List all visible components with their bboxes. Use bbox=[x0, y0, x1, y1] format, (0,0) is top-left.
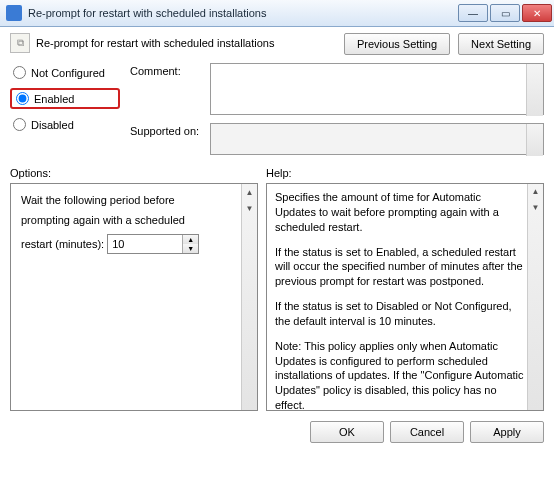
restart-minutes-label: restart (minutes): bbox=[21, 238, 104, 250]
help-paragraph: If the status is set to Disabled or Not … bbox=[275, 299, 525, 329]
help-paragraph: Specifies the amount of time for Automat… bbox=[275, 190, 525, 235]
radio-enabled-input[interactable] bbox=[16, 92, 29, 105]
spinner-up-icon[interactable]: ▲ bbox=[183, 235, 198, 244]
scroll-up-icon[interactable]: ▲ bbox=[528, 184, 543, 200]
ok-button[interactable]: OK bbox=[310, 421, 384, 443]
options-heading: Options: bbox=[10, 167, 266, 179]
radio-not-configured[interactable]: Not Configured bbox=[10, 65, 120, 80]
scroll-down-icon[interactable]: ▼ bbox=[242, 200, 257, 216]
maximize-button[interactable]: ▭ bbox=[490, 4, 520, 22]
supported-on-text bbox=[210, 123, 544, 155]
help-heading: Help: bbox=[266, 167, 292, 179]
restart-minutes-spinner[interactable]: ▲ ▼ bbox=[107, 234, 199, 254]
restart-minutes-input[interactable] bbox=[108, 235, 182, 253]
titlebar: Re-prompt for restart with scheduled ins… bbox=[0, 0, 554, 27]
previous-setting-button[interactable]: Previous Setting bbox=[344, 33, 450, 55]
radio-disabled-input[interactable] bbox=[13, 118, 26, 131]
scroll-down-icon[interactable]: ▼ bbox=[528, 200, 543, 216]
cancel-button[interactable]: Cancel bbox=[390, 421, 464, 443]
help-paragraph: If the status is set to Enabled, a sched… bbox=[275, 245, 525, 290]
close-button[interactable]: ✕ bbox=[522, 4, 552, 22]
radio-disabled-label: Disabled bbox=[31, 119, 74, 131]
option-text-2: prompting again with a scheduled bbox=[21, 214, 247, 226]
window-title: Re-prompt for restart with scheduled ins… bbox=[28, 7, 456, 19]
options-scrollbar[interactable]: ▲ ▼ bbox=[241, 184, 257, 410]
help-panel: Specifies the amount of time for Automat… bbox=[266, 183, 544, 411]
comment-textarea[interactable] bbox=[210, 63, 544, 115]
help-paragraph: Note: This policy applies only when Auto… bbox=[275, 339, 525, 411]
option-text-1: Wait the following period before bbox=[21, 194, 247, 206]
options-panel: Wait the following period before prompti… bbox=[10, 183, 258, 411]
policy-title: Re-prompt for restart with scheduled ins… bbox=[36, 37, 274, 49]
radio-not-configured-input[interactable] bbox=[13, 66, 26, 79]
spinner-down-icon[interactable]: ▼ bbox=[183, 244, 198, 253]
policy-icon: ⧉ bbox=[10, 33, 30, 53]
minimize-button[interactable]: — bbox=[458, 4, 488, 22]
scroll-up-icon[interactable]: ▲ bbox=[242, 184, 257, 200]
radio-not-configured-label: Not Configured bbox=[31, 67, 105, 79]
radio-enabled[interactable]: Enabled bbox=[10, 88, 120, 109]
comment-label: Comment: bbox=[130, 63, 210, 77]
apply-button[interactable]: Apply bbox=[470, 421, 544, 443]
next-setting-button[interactable]: Next Setting bbox=[458, 33, 544, 55]
supported-on-label: Supported on: bbox=[130, 123, 210, 137]
window-controls: — ▭ ✕ bbox=[456, 4, 552, 22]
help-scrollbar[interactable]: ▲ ▼ bbox=[527, 184, 543, 410]
app-icon bbox=[6, 5, 22, 21]
radio-disabled[interactable]: Disabled bbox=[10, 117, 120, 132]
radio-enabled-label: Enabled bbox=[34, 93, 74, 105]
